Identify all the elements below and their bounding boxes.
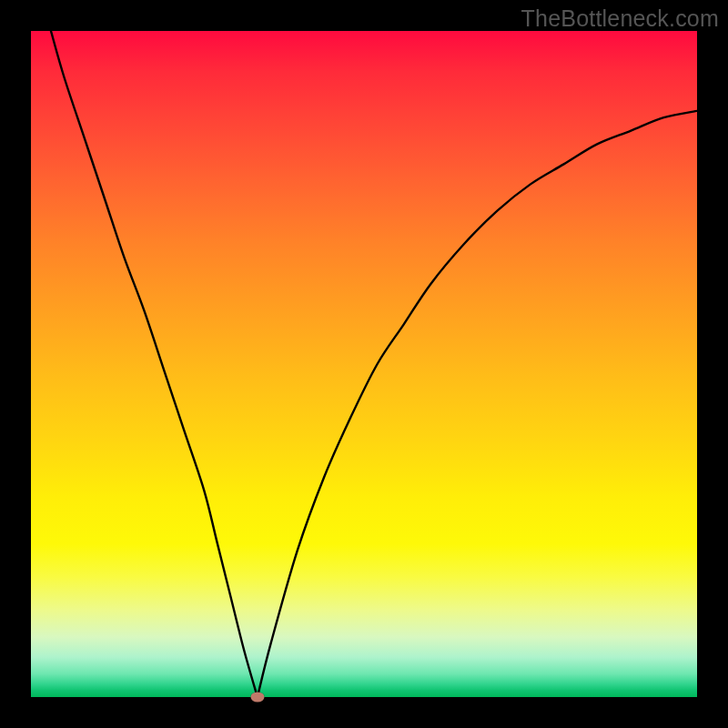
watermark-text: TheBottleneck.com [521, 5, 719, 32]
chart-frame: TheBottleneck.com [0, 0, 728, 728]
bottleneck-curve [31, 31, 697, 697]
plot-area [31, 31, 697, 697]
optimal-point-marker [250, 693, 264, 703]
